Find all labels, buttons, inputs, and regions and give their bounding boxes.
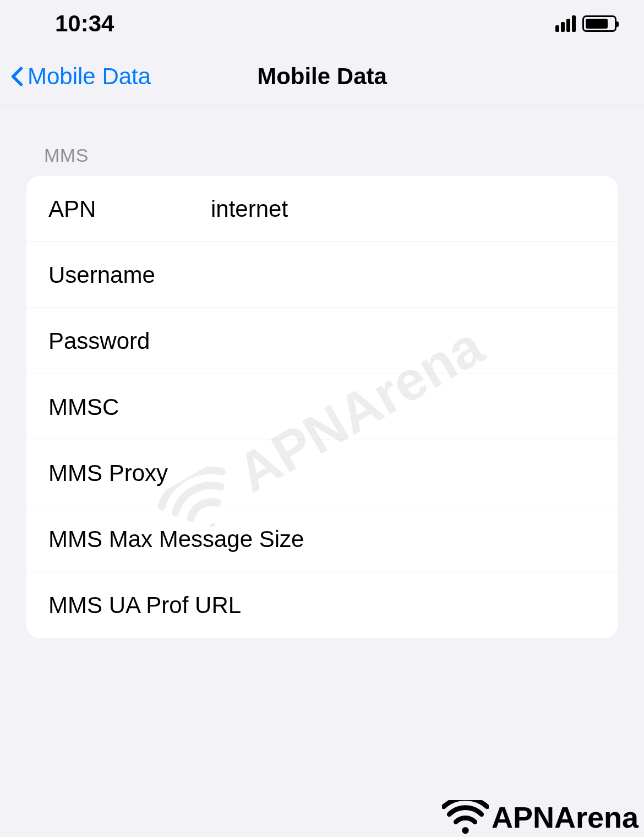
navigation-bar: Mobile Data Mobile Data [0, 47, 644, 106]
page-title: Mobile Data [257, 63, 387, 90]
password-input[interactable] [211, 328, 601, 354]
status-time: 10:34 [55, 10, 114, 37]
username-label: Username [48, 262, 211, 288]
mms-ua-prof-input[interactable] [310, 592, 601, 619]
content-area: MMS APN Username Password MMSC [0, 106, 644, 638]
status-right [555, 15, 616, 32]
mms-proxy-row[interactable]: MMS Proxy [26, 440, 618, 506]
mms-proxy-input[interactable] [211, 460, 601, 486]
watermark-logo: APNArena [442, 800, 638, 834]
mms-ua-prof-row[interactable]: MMS UA Prof URL [26, 572, 618, 638]
section-header-mms: MMS [26, 145, 618, 166]
mms-max-size-input[interactable] [310, 526, 601, 552]
svg-point-0 [462, 827, 468, 834]
username-input[interactable] [211, 262, 601, 288]
mms-settings-group: APN Username Password MMSC [26, 176, 618, 638]
back-button[interactable]: Mobile Data [11, 63, 151, 90]
mms-ua-prof-label: MMS UA Prof URL [48, 592, 310, 619]
mmsc-row[interactable]: MMSC [26, 374, 618, 440]
apn-label: APN [48, 196, 211, 222]
username-row[interactable]: Username [26, 242, 618, 308]
mmsc-input[interactable] [211, 394, 601, 420]
password-label: Password [48, 328, 211, 354]
watermark-text: APNArena [492, 800, 638, 834]
apn-input[interactable] [211, 196, 601, 222]
mms-proxy-label: MMS Proxy [48, 460, 211, 486]
battery-icon [582, 15, 616, 32]
apn-row[interactable]: APN [26, 176, 618, 242]
mms-max-size-row[interactable]: MMS Max Message Size [26, 506, 618, 572]
mmsc-label: MMSC [48, 394, 211, 420]
wifi-icon [442, 800, 489, 834]
mms-max-size-label: MMS Max Message Size [48, 526, 310, 552]
status-bar: 10:34 [0, 0, 644, 47]
password-row[interactable]: Password [26, 308, 618, 374]
cellular-signal-icon [555, 15, 576, 32]
back-label: Mobile Data [28, 63, 151, 90]
chevron-left-icon [11, 66, 23, 87]
